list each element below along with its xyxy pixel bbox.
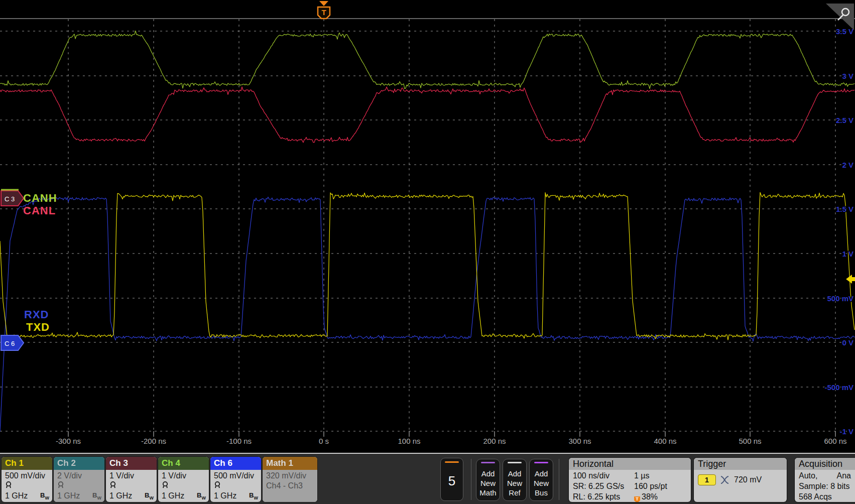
time-tick-label: 600 ns bbox=[824, 437, 846, 445]
trigger-source-badge: 1 bbox=[698, 474, 716, 485]
time-tick-label: -200 ns bbox=[141, 437, 166, 445]
channel-badge-settings: 1 V/div1 GHzBW bbox=[106, 470, 157, 502]
time-tick-label: 0 s bbox=[319, 437, 329, 445]
bandwidth-limit-icon: BW bbox=[197, 491, 206, 500]
voltage-tick-label: 3 V bbox=[842, 72, 853, 80]
channel-bandwidth: 1 GHz bbox=[109, 491, 132, 500]
waveform-count: 5 bbox=[441, 473, 463, 489]
voltage-tick-label: 500 mV bbox=[827, 294, 853, 303]
time-tick-label: -100 ns bbox=[226, 437, 252, 445]
bandwidth-limit-icon: BW bbox=[92, 491, 101, 500]
voltage-tick-label: 1 V bbox=[842, 249, 853, 258]
bandwidth-limit-icon: BW bbox=[40, 491, 49, 500]
channel-badge-ch3[interactable]: Ch 31 V/div1 GHzBW bbox=[106, 457, 157, 502]
time-tick-label: 200 ns bbox=[483, 437, 506, 445]
channel-badge-math1[interactable]: Math 1320 mV/divCh4 - Ch3 bbox=[263, 457, 317, 502]
channel-badge-ch4[interactable]: Ch 41 V/div1 GHzBW bbox=[158, 457, 209, 502]
channel-badge-ch2[interactable]: Ch 22 V/div1 GHzBW bbox=[54, 457, 104, 502]
record-length: RL: 6.25 kpts bbox=[573, 491, 634, 502]
trigger-level: 720 mV bbox=[734, 475, 762, 484]
channel-badge-settings: 320 mV/divCh4 - Ch3 bbox=[263, 470, 317, 502]
waveforms bbox=[0, 31, 854, 431]
probe-icon bbox=[5, 481, 49, 490]
divider bbox=[559, 459, 559, 500]
channel-bandwidth: 1 GHz bbox=[57, 491, 80, 500]
waveform-graticule: -300 ns-200 ns-100 ns0 s100 ns200 ns300 … bbox=[0, 0, 855, 453]
trigger-panel[interactable]: Trigger 1 720 mV bbox=[694, 458, 787, 502]
voltage-axis-labels: 3.5 V3 V2.5 V2 V1.5 V1 V500 mV0 V-500 mV… bbox=[824, 27, 853, 436]
voltage-tick-label: -500 mV bbox=[824, 383, 853, 392]
acquisition-count: 568 Acqs bbox=[799, 491, 851, 502]
channel-badge-settings: 500 mV/div1 GHzBW bbox=[2, 470, 52, 502]
voltage-tick-label: 2.5 V bbox=[836, 116, 853, 124]
bandwidth-limit-icon: BW bbox=[145, 491, 154, 500]
trace-canl bbox=[0, 87, 854, 143]
svg-text:C 3: C 3 bbox=[5, 195, 15, 203]
probe-icon bbox=[214, 481, 258, 490]
time-tick-label: 300 ns bbox=[568, 437, 591, 445]
acquisition-panel-title: Acquisition bbox=[795, 458, 855, 470]
channel-badge-settings: 2 V/div1 GHzBW bbox=[54, 470, 104, 502]
channel-badge-label: Math 1 bbox=[263, 457, 317, 470]
oscilloscope-screen: -300 ns-200 ns-100 ns0 s100 ns200 ns300 … bbox=[0, 0, 855, 504]
voltage-tick-label: 1.5 V bbox=[836, 205, 853, 213]
channel-badge-settings: 500 mV/div1 GHzBW bbox=[210, 470, 261, 502]
channel-scale: 320 mV/div bbox=[266, 471, 314, 481]
acquisition-panel[interactable]: Acquisition Auto, Ana Sample: 8 bits 568… bbox=[795, 458, 855, 502]
button-accent-line bbox=[508, 462, 522, 463]
channel-badge-label: Ch 1 bbox=[2, 457, 52, 470]
time-tick-label: 500 ns bbox=[739, 437, 761, 445]
channel-badge-ch6[interactable]: Ch 6500 mV/div1 GHzBW bbox=[210, 457, 261, 502]
trigger-position: T38% bbox=[634, 491, 658, 502]
time-axis-labels: -300 ns-200 ns-100 ns0 s100 ns200 ns300 … bbox=[56, 437, 847, 445]
channel-badge-label: Ch 6 bbox=[210, 457, 261, 470]
time-tick-label: -300 ns bbox=[56, 437, 81, 445]
trace-canh bbox=[0, 31, 854, 89]
sample-rate: SR: 6.25 GS/s bbox=[573, 481, 634, 491]
channel-badge-label: Ch 2 bbox=[54, 457, 104, 470]
count-accent-line bbox=[445, 461, 459, 463]
trace-rxd bbox=[0, 197, 854, 432]
channel-bandwidth: 1 GHz bbox=[5, 491, 28, 500]
horizontal-window: 1 µs bbox=[634, 470, 650, 481]
channel-badge-label: Ch 4 bbox=[158, 457, 209, 470]
channel-badge-label: Ch 3 bbox=[106, 457, 157, 470]
channel-scale: 1 V/div bbox=[109, 471, 154, 481]
probe-icon bbox=[109, 481, 154, 490]
horizontal-scale: 100 ns/div bbox=[573, 470, 634, 481]
grid bbox=[0, 19, 855, 437]
horizontal-panel-title: Horizontal bbox=[569, 458, 691, 470]
add-new-math-button[interactable]: AddNewMath bbox=[476, 459, 500, 501]
channel-marker-c3[interactable]: C 3 bbox=[1, 190, 24, 206]
math-source: Ch4 - Ch3 bbox=[266, 481, 314, 491]
waveform-count-button[interactable]: 5 bbox=[440, 458, 463, 501]
divider bbox=[471, 459, 471, 500]
acquisition-sample: Sample: 8 bits bbox=[799, 481, 851, 491]
add-new-bus-button[interactable]: AddNewBus bbox=[529, 459, 553, 501]
channel-marker-c6[interactable]: C 6 bbox=[1, 335, 24, 350]
zoom-corner-button[interactable] bbox=[826, 4, 854, 30]
acquisition-mode: Auto, bbox=[799, 470, 817, 481]
voltage-tick-label: 2 V bbox=[842, 161, 853, 169]
trigger-level-arrow[interactable] bbox=[846, 275, 855, 284]
time-tick-label: 100 ns bbox=[398, 437, 420, 445]
voltage-tick-label: 3.5 V bbox=[836, 27, 853, 36]
edge-trigger-icon bbox=[720, 475, 730, 484]
channel-scale: 2 V/div bbox=[57, 471, 101, 481]
channel-scale: 1 V/div bbox=[162, 471, 206, 481]
channel-scale: 500 mV/div bbox=[214, 471, 258, 481]
horizontal-panel[interactable]: Horizontal 100 ns/div 1 µs SR: 6.25 GS/s… bbox=[569, 458, 691, 502]
trigger-position-icon: T bbox=[634, 496, 640, 502]
channel-bandwidth: 1 GHz bbox=[214, 491, 236, 500]
trigger-panel-title: Trigger bbox=[694, 458, 787, 470]
channel-badge-ch1[interactable]: Ch 1500 mV/div1 GHzBW bbox=[2, 457, 52, 502]
settings-bar: Ch 1500 mV/div1 GHzBWCh 22 V/div1 GHzBWC… bbox=[0, 453, 855, 504]
trigger-position-marker[interactable]: T bbox=[318, 1, 330, 19]
trace-txd bbox=[0, 192, 854, 340]
resolution: 160 ps/pt bbox=[634, 481, 667, 491]
time-tick-label: 400 ns bbox=[654, 437, 676, 445]
add-new-ref-button[interactable]: AddNewRef bbox=[503, 459, 527, 501]
button-accent-line bbox=[481, 462, 495, 463]
voltage-tick-label: 0 V bbox=[842, 338, 853, 347]
probe-icon bbox=[162, 481, 206, 490]
